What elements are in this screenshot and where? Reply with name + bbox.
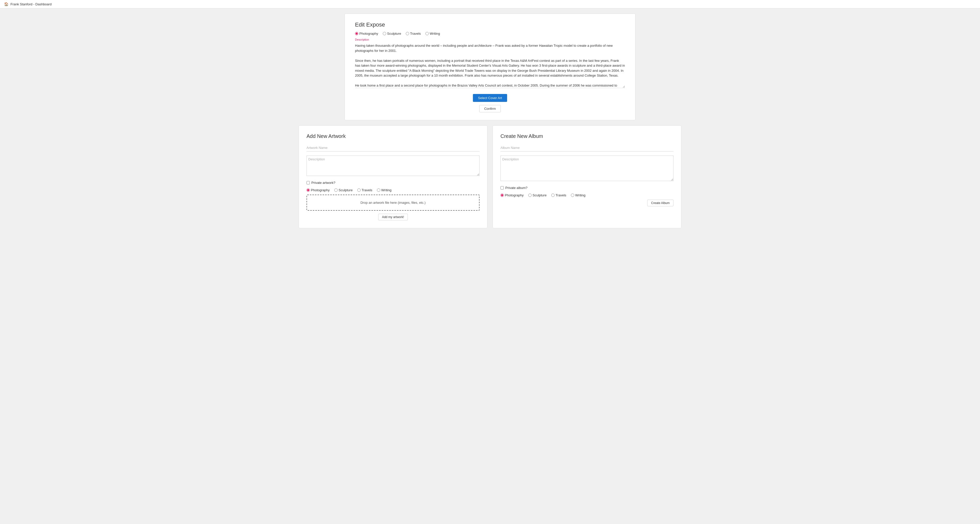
create-album-title: Create New Album bbox=[501, 133, 673, 139]
private-artwork-checkbox[interactable] bbox=[307, 181, 310, 184]
private-artwork-checkbox-label[interactable]: Private artwork? bbox=[307, 181, 479, 185]
album-category-writing[interactable]: Writing bbox=[571, 193, 585, 197]
artwork-name-input[interactable] bbox=[307, 144, 479, 151]
album-category-sculpture[interactable]: Sculpture bbox=[528, 193, 547, 197]
album-category-travels[interactable]: Travels bbox=[551, 193, 566, 197]
add-artwork-card: Add New Artwork Private artwork? Photogr… bbox=[299, 125, 487, 228]
expose-card-actions: Select Cover Art Confirm bbox=[355, 94, 625, 112]
artwork-category-travels[interactable]: Travels bbox=[357, 188, 372, 192]
expose-category-options: Photography Sculpture Travels Writing bbox=[355, 32, 625, 35]
album-category-options: Photography Sculpture Travels Writing bbox=[501, 193, 673, 197]
add-artwork-title: Add New Artwork bbox=[307, 133, 479, 139]
album-name-input[interactable] bbox=[501, 144, 673, 151]
artwork-description-textarea[interactable] bbox=[307, 156, 479, 176]
expose-description-textarea[interactable] bbox=[355, 42, 625, 88]
private-album-checkbox[interactable] bbox=[501, 186, 504, 190]
album-category-photography[interactable]: Photography bbox=[501, 193, 524, 197]
create-album-button[interactable]: Create Album bbox=[647, 200, 673, 206]
topbar-title: Frank Stanford - Dashboard bbox=[11, 2, 52, 6]
artwork-category-writing[interactable]: Writing bbox=[377, 188, 391, 192]
edit-expose-card: Edit Expose Photography Sculpture Travel… bbox=[345, 14, 635, 120]
add-artwork-button[interactable]: Add my artwork! bbox=[378, 214, 408, 220]
expose-category-photography[interactable]: Photography bbox=[355, 32, 378, 35]
artwork-category-photography[interactable]: Photography bbox=[307, 188, 330, 192]
confirm-button[interactable]: Confirm bbox=[479, 105, 501, 112]
expose-description-label: Description bbox=[355, 38, 625, 41]
artwork-dropzone[interactable]: Drop an artwork file here (images, files… bbox=[307, 194, 479, 211]
create-album-card: Create New Album Private album? Photogra… bbox=[493, 125, 681, 228]
album-description-textarea[interactable] bbox=[501, 156, 673, 181]
home-icon: 🏠 bbox=[4, 2, 8, 6]
select-cover-art-button[interactable]: Select Cover Art bbox=[473, 94, 507, 102]
private-album-label: Private album? bbox=[505, 186, 528, 190]
expose-category-writing[interactable]: Writing bbox=[425, 32, 440, 35]
topbar: 🏠 Frank Stanford - Dashboard bbox=[0, 0, 980, 8]
bottom-row: Add New Artwork Private artwork? Photogr… bbox=[299, 125, 681, 228]
private-artwork-label: Private artwork? bbox=[311, 181, 335, 185]
expose-category-travels[interactable]: Travels bbox=[406, 32, 421, 35]
artwork-category-options: Photography Sculpture Travels Writing bbox=[307, 188, 479, 192]
edit-expose-title: Edit Expose bbox=[355, 21, 625, 28]
private-album-checkbox-label[interactable]: Private album? bbox=[501, 186, 673, 190]
artwork-category-sculpture[interactable]: Sculpture bbox=[334, 188, 353, 192]
dropzone-text: Drop an artwork file here (images, files… bbox=[360, 201, 425, 205]
expose-category-sculpture[interactable]: Sculpture bbox=[383, 32, 401, 35]
